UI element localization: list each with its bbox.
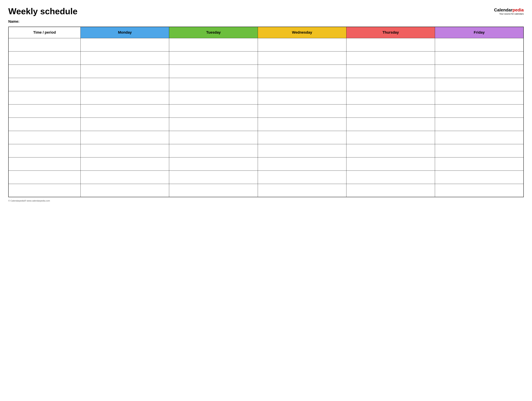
table-cell[interactable] — [81, 91, 169, 104]
schedule-table: Time / period Monday Tuesday Wednesday T… — [8, 27, 524, 197]
table-cell[interactable] — [81, 38, 169, 51]
col-header-tuesday: Tuesday — [169, 27, 258, 38]
footer-text: © Calendarpedia® www.calendarpedia.com — [8, 199, 50, 202]
col-header-wednesday: Wednesday — [258, 27, 346, 38]
logo-calendar-part: Calendar — [494, 7, 513, 13]
table-cell[interactable] — [435, 157, 524, 171]
table-cell[interactable] — [258, 131, 346, 144]
table-cell[interactable] — [435, 118, 524, 131]
table-cell[interactable] — [169, 78, 258, 91]
table-cell[interactable] — [81, 171, 169, 184]
table-cell[interactable] — [169, 64, 258, 78]
col-header-monday: Monday — [81, 27, 169, 38]
table-cell[interactable] — [346, 38, 435, 51]
table-cell[interactable] — [169, 184, 258, 197]
table-cell[interactable] — [346, 118, 435, 131]
table-cell[interactable] — [346, 91, 435, 104]
table-cell[interactable] — [169, 104, 258, 118]
table-cell[interactable] — [258, 51, 346, 64]
table-header-row: Time / period Monday Tuesday Wednesday T… — [8, 27, 524, 38]
table-row — [8, 118, 524, 131]
table-cell[interactable] — [8, 78, 81, 91]
table-cell[interactable] — [346, 104, 435, 118]
table-cell[interactable] — [8, 118, 81, 131]
table-cell[interactable] — [435, 64, 524, 78]
table-cell[interactable] — [81, 131, 169, 144]
table-cell[interactable] — [346, 184, 435, 197]
table-cell[interactable] — [258, 38, 346, 51]
table-cell[interactable] — [169, 157, 258, 171]
table-cell[interactable] — [435, 91, 524, 104]
table-cell[interactable] — [346, 51, 435, 64]
table-cell[interactable] — [258, 64, 346, 78]
table-cell[interactable] — [435, 104, 524, 118]
table-cell[interactable] — [81, 118, 169, 131]
col-header-friday: Friday — [435, 27, 524, 38]
table-cell[interactable] — [81, 78, 169, 91]
col-header-time: Time / period — [8, 27, 81, 38]
table-cell[interactable] — [8, 64, 81, 78]
table-row — [8, 91, 524, 104]
table-row — [8, 184, 524, 197]
table-cell[interactable] — [81, 64, 169, 78]
table-cell[interactable] — [258, 144, 346, 157]
table-cell[interactable] — [346, 78, 435, 91]
table-cell[interactable] — [169, 51, 258, 64]
table-cell[interactable] — [435, 51, 524, 64]
table-cell[interactable] — [81, 144, 169, 157]
name-label: Name: — [8, 19, 524, 24]
table-cell[interactable] — [8, 157, 81, 171]
table-cell[interactable] — [346, 144, 435, 157]
table-cell[interactable] — [8, 91, 81, 104]
table-cell[interactable] — [258, 91, 346, 104]
table-cell[interactable] — [169, 91, 258, 104]
table-cell[interactable] — [169, 118, 258, 131]
table-cell[interactable] — [81, 51, 169, 64]
table-cell[interactable] — [346, 131, 435, 144]
table-cell[interactable] — [8, 184, 81, 197]
table-cell[interactable] — [346, 171, 435, 184]
page-title: Weekly schedule — [8, 7, 77, 16]
table-row — [8, 78, 524, 91]
table-cell[interactable] — [346, 157, 435, 171]
page-header: Weekly schedule Calendarpedia Your sourc… — [8, 7, 524, 16]
logo-pedia-part: pedia — [513, 7, 524, 13]
table-row — [8, 144, 524, 157]
footer: © Calendarpedia® www.calendarpedia.com — [8, 199, 524, 202]
table-cell[interactable] — [81, 157, 169, 171]
table-cell[interactable] — [81, 104, 169, 118]
schedule-body — [8, 38, 524, 197]
table-cell[interactable] — [8, 104, 81, 118]
table-cell[interactable] — [169, 38, 258, 51]
table-cell[interactable] — [258, 171, 346, 184]
logo: Calendarpedia Your source for calendars — [494, 7, 524, 15]
table-cell[interactable] — [258, 118, 346, 131]
table-cell[interactable] — [435, 131, 524, 144]
logo-tagline: Your source for calendars — [494, 13, 524, 15]
table-cell[interactable] — [346, 64, 435, 78]
table-cell[interactable] — [8, 131, 81, 144]
table-row — [8, 171, 524, 184]
table-row — [8, 51, 524, 64]
table-cell[interactable] — [258, 104, 346, 118]
table-cell[interactable] — [435, 78, 524, 91]
table-row — [8, 157, 524, 171]
table-cell[interactable] — [8, 144, 81, 157]
table-cell[interactable] — [8, 51, 81, 64]
table-cell[interactable] — [435, 171, 524, 184]
table-cell[interactable] — [169, 144, 258, 157]
table-row — [8, 64, 524, 78]
table-row — [8, 38, 524, 51]
table-cell[interactable] — [258, 184, 346, 197]
table-cell[interactable] — [169, 171, 258, 184]
table-cell[interactable] — [435, 144, 524, 157]
table-cell[interactable] — [8, 38, 81, 51]
table-cell[interactable] — [8, 171, 81, 184]
table-cell[interactable] — [258, 157, 346, 171]
table-cell[interactable] — [435, 184, 524, 197]
table-cell[interactable] — [169, 131, 258, 144]
table-cell[interactable] — [435, 38, 524, 51]
table-cell[interactable] — [258, 78, 346, 91]
table-row — [8, 131, 524, 144]
table-cell[interactable] — [81, 184, 169, 197]
